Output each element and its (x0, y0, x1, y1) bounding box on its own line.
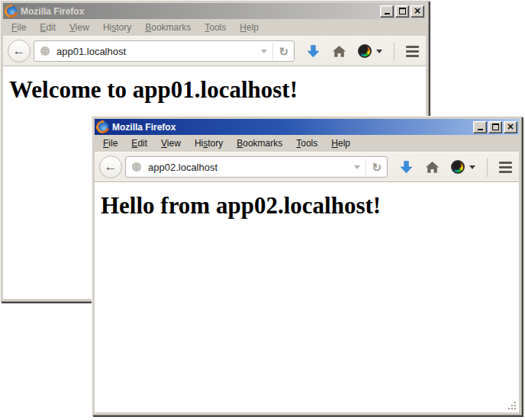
globe-icon (40, 46, 50, 56)
menu-item-bookmarks[interactable]: Bookmarks (138, 20, 198, 35)
maximize-button[interactable] (488, 121, 502, 133)
url-dropdown-icon[interactable] (261, 50, 267, 53)
close-icon: × (507, 122, 514, 131)
titlebar[interactable]: Mozilla Firefox × (95, 119, 519, 135)
close-icon: × (414, 6, 421, 15)
minimize-icon (478, 129, 483, 130)
open-menu-button[interactable] (406, 44, 419, 58)
page-heading: Hello from app02.localhost! (101, 192, 519, 220)
menu-item-edit[interactable]: Edit (124, 136, 154, 151)
menu-item-view[interactable]: View (154, 136, 188, 151)
hamburger-icon (406, 46, 419, 48)
menu-item-edit[interactable]: Edit (33, 20, 63, 35)
minimize-button[interactable] (473, 121, 487, 133)
browser-window-app02[interactable]: Mozilla Firefox × File Edit View History… (92, 116, 522, 415)
desktop: { "windows": [ { "title": "Mozilla Firef… (0, 0, 525, 420)
reload-button[interactable]: ↻ (366, 159, 384, 175)
back-button[interactable]: ← (8, 40, 31, 63)
home-icon (332, 44, 346, 59)
open-menu-button[interactable] (499, 160, 512, 174)
menu-item-help[interactable]: Help (233, 20, 266, 35)
home-button[interactable] (332, 44, 346, 59)
colorwheel-icon (451, 160, 465, 174)
url-input[interactable]: app02.localhost (148, 162, 349, 173)
chevron-down-icon (376, 50, 382, 53)
toolbar-separator (394, 42, 395, 61)
close-button[interactable]: × (411, 5, 424, 18)
menu-item-help[interactable]: Help (324, 136, 357, 151)
download-icon (306, 44, 320, 59)
url-bar[interactable]: app02.localhost ↻ (125, 156, 388, 178)
page-heading: Welcome to app01.localhost! (9, 76, 426, 104)
close-button[interactable]: × (504, 121, 517, 133)
menu-item-view[interactable]: View (63, 20, 96, 35)
minimize-icon (385, 13, 390, 14)
extension-colorwheel-button[interactable] (358, 44, 382, 58)
download-button[interactable] (306, 44, 320, 59)
titlebar[interactable]: Mozilla Firefox × (3, 3, 426, 19)
navigation-toolbar: ← app01.localhost ↻ (3, 36, 426, 66)
home-icon (425, 160, 440, 175)
window-title: Mozilla Firefox (112, 122, 472, 133)
url-dropdown-icon[interactable] (354, 165, 360, 169)
url-input[interactable]: app01.localhost (56, 46, 256, 57)
back-button[interactable]: ← (99, 155, 122, 178)
maximize-button[interactable] (395, 5, 409, 18)
colorwheel-icon (358, 44, 372, 58)
menu-item-tools[interactable]: Tools (289, 136, 324, 151)
resize-grip[interactable] (507, 401, 518, 412)
download-button[interactable] (399, 160, 414, 175)
menu-item-file[interactable]: File (5, 20, 33, 35)
back-arrow-icon: ← (13, 43, 26, 59)
maximize-icon (399, 8, 406, 14)
hamburger-icon (499, 162, 512, 164)
menu-item-history[interactable]: History (188, 136, 230, 151)
window-controls: × (378, 5, 424, 18)
window-title: Mozilla Firefox (21, 6, 378, 17)
extension-colorwheel-button[interactable] (451, 160, 475, 174)
menu-item-tools[interactable]: Tools (198, 20, 233, 35)
maximize-icon (492, 123, 499, 130)
navigation-toolbar: ← app02.localhost ↻ (95, 152, 519, 182)
home-button[interactable] (425, 160, 440, 175)
firefox-icon (97, 121, 108, 133)
reload-button[interactable]: ↻ (272, 43, 291, 59)
page-content: Hello from app02.localhost! (95, 182, 519, 412)
window-controls: × (472, 121, 517, 133)
url-bar[interactable]: app01.localhost ↻ (34, 40, 295, 62)
menu-item-history[interactable]: History (96, 20, 138, 35)
chevron-down-icon (469, 165, 475, 169)
minimize-button[interactable] (380, 5, 394, 18)
menu-item-bookmarks[interactable]: Bookmarks (230, 136, 289, 151)
menu-bar: File Edit View History Bookmarks Tools H… (3, 19, 426, 36)
menu-bar: File Edit View History Bookmarks Tools H… (95, 135, 519, 152)
back-arrow-icon: ← (105, 159, 118, 175)
globe-icon (131, 162, 142, 172)
menu-item-file[interactable]: File (96, 136, 124, 151)
firefox-icon (5, 5, 17, 17)
download-icon (399, 160, 414, 175)
toolbar-separator (487, 158, 488, 177)
